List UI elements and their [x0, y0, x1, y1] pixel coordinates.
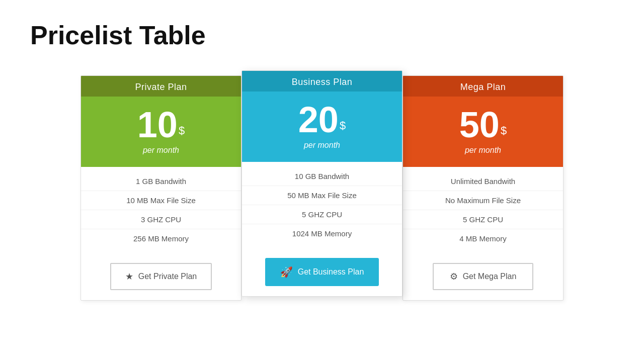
plan-name-private: Private Plan	[135, 82, 187, 92]
feature-private-0: 1 GB Bandwith	[81, 172, 241, 191]
private-btn-label: Get Private Plan	[138, 272, 197, 281]
plan-header-business: Business Plan	[242, 71, 402, 92]
pricing-cards-container: Private Plan 10$ per month 1 GB Bandwith…	[0, 65, 644, 312]
plan-currency-private: $	[179, 124, 185, 137]
plan-features-mega: Unlimited Bandwith No Maximum File Size …	[403, 167, 563, 258]
plan-price-mega: 50	[459, 107, 500, 143]
plan-name-business: Business Plan	[292, 77, 353, 87]
feature-private-1: 10 MB Max File Size	[81, 191, 241, 210]
plan-period-mega: per month	[408, 146, 558, 155]
plan-period-business: per month	[247, 141, 397, 150]
plan-price-private: 10	[137, 107, 178, 143]
get-business-plan-button[interactable]: 🚀 Get Business Plan	[265, 258, 379, 286]
mega-btn-label: Get Mega Plan	[463, 272, 517, 281]
get-mega-plan-button[interactable]: ⚙ Get Mega Plan	[433, 263, 533, 290]
plan-header-mega: Mega Plan	[403, 76, 563, 97]
plan-price-business: 20	[298, 102, 339, 138]
plan-btn-area-mega: ⚙ Get Mega Plan	[403, 258, 563, 300]
rocket-icon: 🚀	[280, 266, 293, 278]
feature-private-3: 256 MB Memory	[81, 229, 241, 248]
plan-btn-area-private: ★ Get Private Plan	[81, 258, 241, 300]
plan-btn-area-business: 🚀 Get Business Plan	[242, 253, 402, 296]
get-private-plan-button[interactable]: ★ Get Private Plan	[110, 263, 212, 290]
feature-business-0: 10 GB Bandwith	[242, 167, 402, 186]
feature-business-3: 1024 MB Memory	[242, 224, 402, 243]
plan-name-mega: Mega Plan	[460, 82, 506, 92]
feature-mega-2: 5 GHZ CPU	[403, 210, 563, 229]
plan-card-business: Business Plan 20$ per month 10 GB Bandwi…	[242, 70, 403, 297]
feature-mega-0: Unlimited Bandwith	[403, 172, 563, 191]
feature-mega-3: 4 MB Memory	[403, 229, 563, 248]
plan-price-area-private: 10$ per month	[81, 97, 241, 167]
plan-price-area-business: 20$ per month	[242, 92, 402, 162]
plan-card-mega: Mega Plan 50$ per month Unlimited Bandwi…	[403, 75, 564, 301]
feature-business-1: 50 MB Max File Size	[242, 186, 402, 205]
plan-currency-business: $	[340, 119, 346, 132]
plan-price-area-mega: 50$ per month	[403, 97, 563, 167]
plan-currency-mega: $	[501, 124, 507, 137]
business-btn-label: Get Business Plan	[298, 267, 364, 277]
feature-business-2: 5 GHZ CPU	[242, 205, 402, 224]
plan-card-private: Private Plan 10$ per month 1 GB Bandwith…	[80, 75, 242, 301]
star-icon: ★	[125, 271, 133, 282]
gear-icon: ⚙	[450, 271, 458, 282]
feature-mega-1: No Maximum File Size	[403, 191, 563, 210]
feature-private-2: 3 GHZ CPU	[81, 210, 241, 229]
plan-features-business: 10 GB Bandwith 50 MB Max File Size 5 GHZ…	[242, 162, 402, 253]
plan-period-private: per month	[86, 146, 236, 155]
plan-header-private: Private Plan	[81, 76, 241, 97]
plan-features-private: 1 GB Bandwith 10 MB Max File Size 3 GHZ …	[81, 167, 241, 258]
page-title: Pricelist Table	[0, 0, 644, 65]
